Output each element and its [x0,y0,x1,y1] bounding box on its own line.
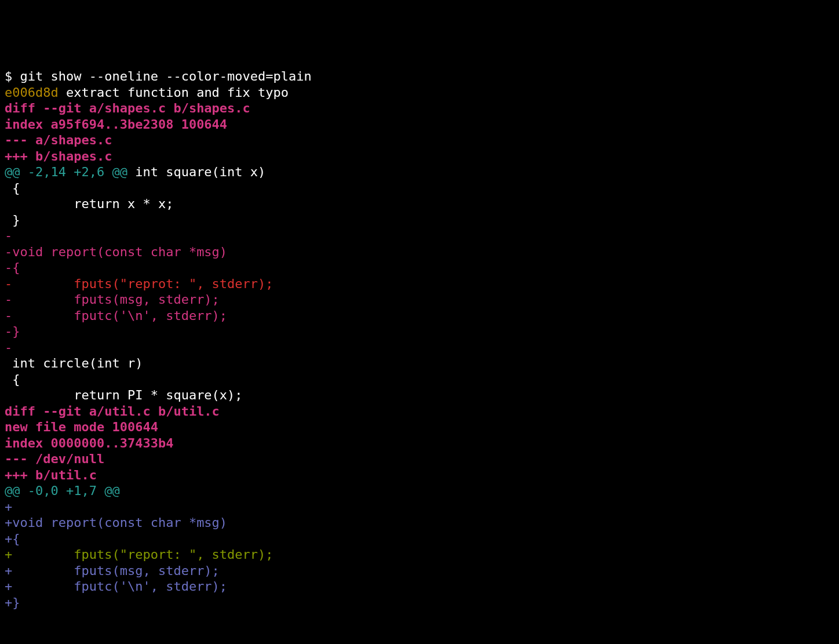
text-segment: } [5,213,20,227]
terminal-line: - fputs(msg, stderr); [5,292,834,308]
text-segment: - fputc('\n', stderr); [5,308,227,323]
text-segment: -void report(const char *msg) [5,245,227,259]
terminal-line: --- /dev/null [5,451,834,467]
terminal-line: + fputc('\n', stderr); [5,578,834,595]
text-segment: --- /dev/null [5,452,104,466]
text-segment: int circle(int r) [5,356,143,370]
text-segment: { [5,181,20,195]
terminal-line: --- a/shapes.c [5,132,834,148]
terminal-line: int circle(int r) [5,355,834,372]
terminal-line: { [5,180,834,197]
terminal-line: index a95f694..3be2308 100644 [5,117,834,133]
terminal-line: -void report(const char *msg) [5,244,834,260]
terminal-line: return x * x; [5,196,834,212]
terminal-line: +void report(const char *msg) [5,515,834,531]
text-segment: diff --git a/shapes.c b/shapes.c [5,101,250,115]
terminal-line: -} [5,323,834,340]
terminal-line: diff --git a/util.c b/util.c [5,403,834,420]
text-segment: + [5,500,12,514]
text-segment: + fputs("report: ", stderr); [5,547,273,562]
text-segment: + fputs(msg, stderr); [5,563,220,578]
text-segment: int square(int x) [127,165,265,179]
text-segment: +++ b/util.c [5,468,97,482]
text-segment: +} [5,595,20,610]
text-segment: extract function and fix typo [59,85,289,100]
terminal-line: - fputs("reprot: ", stderr); [5,276,834,292]
text-segment: @@ -2,14 +2,6 @@ [5,165,127,179]
text-segment: @@ -0,0 +1,7 @@ [5,483,120,498]
terminal-line: -{ [5,260,834,276]
text-segment: { [5,372,20,387]
terminal-line: + [5,499,834,515]
terminal-line: +{ [5,531,834,547]
terminal-line: index 0000000..37433b4 [5,435,834,452]
text-segment: +void report(const char *msg) [5,515,227,530]
terminal-line: - fputc('\n', stderr); [5,308,834,324]
terminal-line: return PI * square(x); [5,387,834,403]
terminal-line: @@ -2,14 +2,6 @@ int square(int x) [5,164,834,180]
text-segment: - fputs(msg, stderr); [5,292,220,307]
text-segment: $ git show --oneline --color-moved=plain [5,69,312,83]
text-segment: - [5,228,12,243]
text-segment: diff --git a/util.c b/util.c [5,404,220,419]
terminal-line: - [5,340,834,356]
terminal-line: +++ b/shapes.c [5,148,834,165]
terminal-line: @@ -0,0 +1,7 @@ [5,483,834,499]
text-segment: +{ [5,532,20,546]
text-segment: e006d8d [5,85,59,100]
text-segment: return PI * square(x); [5,388,243,402]
text-segment: index 0000000..37433b4 [5,436,173,450]
text-segment: - [5,340,12,355]
terminal-line: e006d8d extract function and fix typo [5,85,834,101]
terminal-line: - [5,228,834,244]
terminal-line: new file mode 100644 [5,419,834,435]
text-segment: -} [5,324,20,339]
terminal-line: + fputs(msg, stderr); [5,563,834,579]
terminal-line: diff --git a/shapes.c b/shapes.c [5,100,834,117]
terminal-line: } [5,212,834,228]
text-segment: --- a/shapes.c [5,133,112,147]
terminal-line: { [5,372,834,388]
text-segment: + fputc('\n', stderr); [5,579,227,594]
text-segment: -{ [5,260,20,275]
text-segment: - fputs("reprot: ", stderr); [5,276,273,291]
terminal-line: + fputs("report: ", stderr); [5,547,834,563]
text-segment: index a95f694..3be2308 100644 [5,117,227,132]
terminal-line: $ git show --oneline --color-moved=plain [5,68,834,85]
terminal-line: +++ b/util.c [5,467,834,483]
text-segment: +++ b/shapes.c [5,149,112,163]
text-segment: new file mode 100644 [5,420,158,434]
terminal-output: $ git show --oneline --color-moved=plain… [5,68,834,610]
text-segment: return x * x; [5,197,173,211]
terminal-line: +} [5,595,834,611]
